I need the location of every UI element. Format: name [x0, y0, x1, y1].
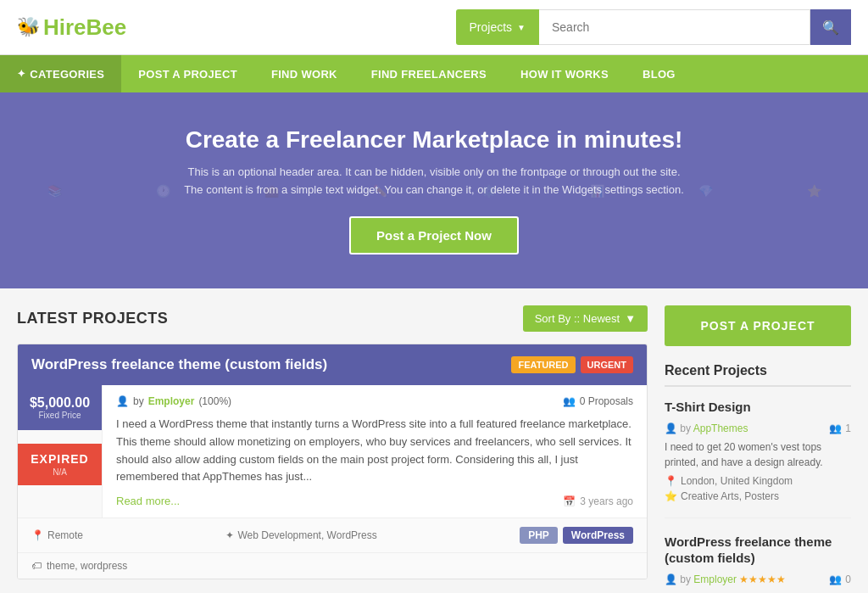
- projects-area: LATEST PROJECTS Sort By :: Newest ▼ Word…: [17, 305, 648, 593]
- recent-proposals-2-count: 0: [845, 573, 851, 585]
- recent-project-2-title[interactable]: WordPress freelance theme (custom fields…: [665, 534, 851, 567]
- nav-label-find-work: FIND WORK: [271, 68, 337, 81]
- price-box: $5,000.00 Fixed Price: [18, 385, 102, 430]
- projects-title: LATEST PROJECTS: [17, 310, 168, 327]
- price-amount: $5,000.00: [25, 395, 95, 411]
- bg-icon-star: ⭐: [807, 184, 821, 198]
- nav-item-post-project[interactable]: POST A PROJECT: [121, 55, 254, 92]
- featured-badge: FEATURED: [511, 356, 575, 373]
- by-prefix-2: by: [680, 573, 693, 585]
- badge-container: FEATURED URGENT: [511, 356, 633, 373]
- project-author: 👤 by Employer (100%): [116, 395, 231, 407]
- bg-icon-book: 📚: [47, 184, 62, 198]
- recent-location-1-text: London, United Kingdom: [681, 475, 793, 487]
- recent-project-1-title[interactable]: T-Shirt Design: [665, 399, 851, 416]
- project-price-sidebar: $5,000.00 Fixed Price EXPIRED N/A: [18, 385, 103, 517]
- recent-project-1: T-Shirt Design 👤 by AppThemes 👥 1 I need…: [665, 399, 851, 518]
- author-prefix: by: [133, 395, 144, 407]
- logo: 🐝 HireBee: [17, 14, 126, 41]
- project-card-bottom-tags: 🏷 theme, wordpress: [18, 552, 647, 579]
- nav-label-post-project: POST A PROJECT: [138, 68, 237, 81]
- star-icon-2: ⭐: [665, 490, 677, 502]
- recent-project-1-location: 📍 London, United Kingdom: [665, 475, 851, 487]
- nav-label-categories: CATEGORIES: [30, 68, 104, 81]
- time-ago-text: 3 years ago: [580, 495, 633, 507]
- nav-item-categories[interactable]: ✦ CATEGORIES: [0, 55, 121, 92]
- project-meta: 👤 by Employer (100%) 👥 0 Proposals: [116, 395, 633, 407]
- search-input[interactable]: [539, 9, 810, 45]
- logo-text: HireBee: [43, 14, 126, 41]
- hero-title: Create a Freelancer Marketplace in minut…: [186, 126, 683, 154]
- sort-btn-label: Sort By :: Newest: [535, 312, 620, 325]
- urgent-badge: URGENT: [581, 356, 633, 373]
- tag-php[interactable]: PHP: [520, 527, 558, 544]
- proposals-text: 0 Proposals: [580, 395, 633, 407]
- header: 🐝 HireBee Projects ▼ 🔍: [0, 0, 868, 55]
- sort-button[interactable]: Sort By :: Newest ▼: [523, 305, 648, 332]
- tag-list: 🏷 theme, wordpress: [31, 560, 633, 572]
- recent-project-1-desc: I need to get 20 women's vest tops print…: [665, 439, 851, 470]
- project-description: I need a WordPress theme that instantly …: [116, 416, 633, 486]
- expired-sub: N/A: [25, 467, 95, 477]
- calendar-icon: 📅: [563, 495, 576, 507]
- recent-author-1-link[interactable]: AppThemes: [693, 422, 748, 434]
- recent-author-2-link[interactable]: Employer: [693, 573, 737, 585]
- recent-proposals-1-count: 1: [845, 422, 851, 434]
- expired-box: EXPIRED N/A: [18, 444, 102, 485]
- projects-dropdown-button[interactable]: Projects ▼: [456, 9, 539, 45]
- person-icon: 👤: [116, 395, 129, 407]
- person-icon-2: 👤: [665, 422, 677, 434]
- search-button[interactable]: 🔍: [810, 9, 851, 45]
- hero-line2: The content is from a simple text widget…: [184, 183, 684, 196]
- person-icon-3: 👤: [665, 573, 677, 585]
- dropdown-arrow-icon: ▼: [517, 23, 526, 32]
- price-label: Fixed Price: [25, 411, 95, 420]
- projects-btn-label: Projects: [470, 20, 513, 34]
- project-card-header: WordPress freelance theme (custom fields…: [18, 344, 647, 385]
- tag-icon: 🏷: [31, 560, 42, 572]
- bg-icon-clock: 🕐: [156, 184, 170, 198]
- project-main-content: 👤 by Employer (100%) 👥 0 Proposals I nee…: [103, 385, 647, 517]
- logo-part2: Bee: [86, 14, 127, 40]
- project-category: ✦ Web Development, WordPress: [225, 529, 376, 541]
- people-icon-2: 👥: [829, 422, 842, 434]
- project-time: 📅 3 years ago: [563, 495, 633, 507]
- project-title: WordPress freelance theme (custom fields…: [31, 356, 327, 373]
- hero-banner: 📚 🕐 💼 ✏️ ⚙️ 📊 💎 ⭐ Create a Freelancer Ma…: [0, 92, 868, 288]
- project-location: 📍 Remote: [31, 529, 83, 541]
- recent-project-1-category: ⭐ Creative Arts, Posters: [665, 490, 851, 502]
- recent-projects-title: Recent Projects: [665, 363, 851, 387]
- recent-project-2: WordPress freelance theme (custom fields…: [665, 534, 851, 594]
- nav-item-how-it-works[interactable]: HOW IT WORKS: [504, 55, 626, 92]
- nav-item-blog[interactable]: BLOG: [626, 55, 693, 92]
- tag-wordpress[interactable]: WordPress: [563, 527, 633, 544]
- tech-tags: PHP WordPress: [520, 527, 633, 544]
- search-area: Projects ▼ 🔍: [456, 9, 851, 45]
- recent-proposals-1: 👥 1: [829, 422, 851, 434]
- post-project-button[interactable]: POST A PROJECT: [665, 305, 851, 346]
- read-more-link[interactable]: Read more...: [116, 495, 180, 507]
- recent-project-2-stars: ★★★★★: [739, 573, 786, 585]
- people-icon: 👥: [563, 395, 576, 407]
- recent-project-1-author: 👤 by AppThemes: [665, 422, 748, 434]
- expired-label: EXPIRED: [25, 452, 95, 466]
- main-nav: ✦ CATEGORIES POST A PROJECT FIND WORK FI…: [0, 55, 868, 92]
- project-card-footer: 📍 Remote ✦ Web Development, WordPress PH…: [18, 517, 647, 552]
- nav-label-find-freelancers: FIND FREELANCERS: [371, 68, 487, 81]
- by-prefix: by: [680, 422, 693, 434]
- bg-icon-diamond: 💎: [698, 184, 713, 198]
- author-rating: (100%): [198, 395, 231, 407]
- author-link[interactable]: Employer: [148, 395, 195, 407]
- proposals-count: 👥 0 Proposals: [563, 395, 633, 407]
- nav-item-find-freelancers[interactable]: FIND FREELANCERS: [354, 55, 504, 92]
- projects-header: LATEST PROJECTS Sort By :: Newest ▼: [17, 305, 648, 332]
- right-sidebar: POST A PROJECT Recent Projects T-Shirt D…: [665, 305, 851, 593]
- location-text: Remote: [47, 529, 83, 541]
- hero-cta-button[interactable]: Post a Project Now: [349, 216, 519, 255]
- search-icon: 🔍: [822, 20, 839, 35]
- logo-bee-icon: 🐝: [17, 16, 40, 38]
- logo-part1: Hire: [43, 14, 86, 40]
- project-card-body: $5,000.00 Fixed Price EXPIRED N/A 👤 by: [18, 385, 647, 517]
- tags-text: theme, wordpress: [47, 560, 127, 572]
- nav-item-find-work[interactable]: FIND WORK: [254, 55, 354, 92]
